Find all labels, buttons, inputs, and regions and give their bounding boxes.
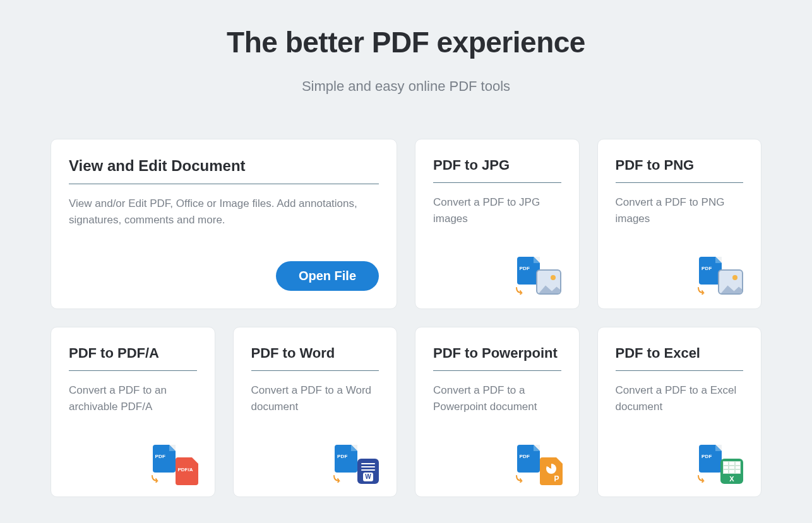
card-pdf-to-jpg[interactable]: PDF to JPG Convert a PDF to JPG images P… (415, 139, 580, 309)
card-title: View and Edit Document (69, 157, 379, 184)
card-desc: Convert a PDF to a Powerpoint document (433, 382, 561, 414)
pdf-badge: PDF (702, 454, 712, 459)
pdf-to-image-icon: PDF (699, 257, 743, 295)
card-title: PDF to Powerpoint (433, 345, 561, 371)
pdf-to-pdfa-icon: PDF PDF/A (153, 445, 197, 483)
card-pdf-to-png[interactable]: PDF to PNG Convert a PDF to PNG images P… (597, 139, 762, 309)
card-title: PDF to PDF/A (69, 345, 197, 371)
pdf-to-excel-icon: PDF X (699, 445, 743, 483)
card-view-edit[interactable]: View and Edit Document View and/or Edit … (51, 139, 397, 309)
card-desc: Convert a PDF to an archivable PDF/A (69, 382, 197, 414)
card-title: PDF to Word (251, 345, 379, 371)
tools-grid: View and Edit Document View and/or Edit … (51, 139, 761, 497)
card-pdf-to-powerpoint[interactable]: PDF to Powerpoint Convert a PDF to a Pow… (415, 327, 580, 497)
card-pdf-to-pdfa[interactable]: PDF to PDF/A Convert a PDF to an archiva… (51, 327, 215, 497)
card-pdf-to-excel[interactable]: PDF to Excel Convert a PDF to a Excel do… (597, 327, 762, 497)
pdf-badge: PDF (520, 266, 530, 271)
card-desc: View and/or Edit PDF, Office or Image fi… (69, 196, 379, 228)
pdf-to-ppt-icon: PDF P (517, 445, 561, 483)
pdf-badge: PDF (337, 454, 348, 459)
page-title: The better PDF experience (51, 25, 761, 59)
open-file-button[interactable]: Open File (276, 261, 379, 291)
card-title: PDF to JPG (433, 157, 561, 183)
card-title: PDF to Excel (616, 345, 744, 371)
hero: The better PDF experience Simple and eas… (51, 25, 761, 95)
card-pdf-to-word[interactable]: PDF to Word Convert a PDF to a Word docu… (233, 327, 398, 497)
card-title: PDF to PNG (616, 157, 744, 183)
pdfa-badge: PDF/A (178, 467, 193, 473)
pdf-badge: PDF (520, 454, 530, 459)
card-desc: Convert a PDF to a Word document (251, 382, 379, 414)
pdf-to-word-icon: PDF W (335, 445, 379, 483)
card-desc: Convert a PDF to JPG images (433, 194, 561, 226)
page-subtitle: Simple and easy online PDF tools (51, 78, 761, 95)
card-desc: Convert a PDF to a Excel document (616, 382, 744, 414)
pdf-badge: PDF (702, 266, 712, 271)
pdf-to-image-icon: PDF (517, 257, 561, 295)
card-desc: Convert a PDF to PNG images (616, 194, 744, 226)
pdf-badge: PDF (155, 454, 166, 459)
